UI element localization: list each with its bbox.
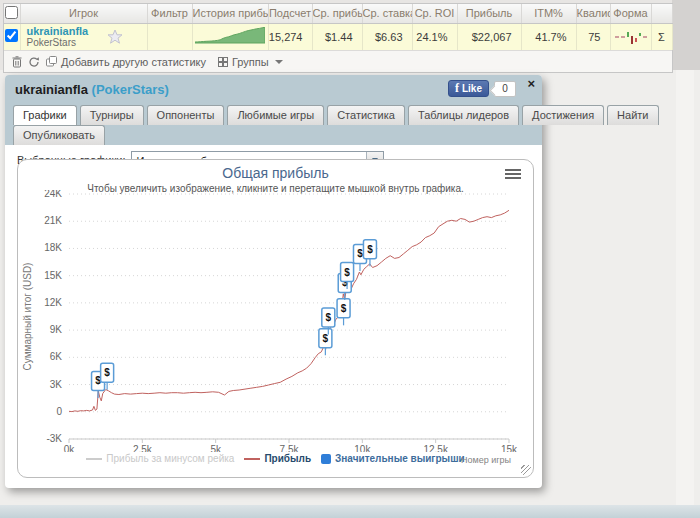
profit-value: $22,067 <box>457 23 521 50</box>
select-all-checkbox[interactable] <box>5 6 18 19</box>
groups-label: Группы <box>232 56 269 68</box>
tab-graphs[interactable]: Графики <box>13 105 77 125</box>
groups-caret-icon <box>275 60 283 64</box>
refresh-icon <box>28 56 40 68</box>
panel-title: ukrainianfla (PokerStars) <box>15 82 169 97</box>
legend-label: Значительные выигрыши <box>335 453 465 464</box>
tabs-area: Графики Турниры Оппоненты Любимые игры С… <box>5 103 542 145</box>
svg-text:18K: 18K <box>44 242 62 253</box>
table-row: ukrainianfla PokerStars 15,274 $1.44 $6.… <box>4 23 672 50</box>
avg-roi-value: 24.1% <box>412 23 457 50</box>
table-header-row: Игрок Фильтр История прибыли Подсчет Ср.… <box>4 4 672 23</box>
legend-line-icon <box>86 458 102 460</box>
profit-chart-plot[interactable]: -3K03K6K9K12K15K18K21K24K0k2.5k5k7.5k10k… <box>18 190 535 452</box>
legend-label: Прибыль <box>264 453 311 464</box>
x-axis-title: Номер игры <box>461 455 511 465</box>
tab-publish[interactable]: Опубликовать <box>13 125 105 145</box>
filter-cell <box>147 23 192 50</box>
player-profile-panel: ukrainianfla (PokerStars) f Like 0 × Гра… <box>5 75 542 488</box>
panel-header: ukrainianfla (PokerStars) f Like 0 × <box>5 75 542 103</box>
col-header-qualify[interactable]: Квалиф <box>576 4 610 23</box>
col-header-player[interactable]: Игрок <box>20 4 147 23</box>
qualify-value: 75 <box>576 23 610 50</box>
svg-text:-3K: -3K <box>46 433 62 444</box>
svg-text:$: $ <box>326 312 332 323</box>
legend-label: Прибыль за минусом рейка <box>106 453 234 464</box>
svg-text:$: $ <box>323 333 329 344</box>
svg-text:3K: 3K <box>50 379 63 390</box>
legend-item-profit-minus-rake[interactable]: Прибыль за минусом рейка <box>86 453 234 464</box>
right-margin-strip <box>676 70 694 506</box>
tab-find[interactable]: Найти <box>607 105 658 125</box>
svg-text:15k: 15k <box>501 444 518 452</box>
svg-text:$: $ <box>357 248 363 259</box>
delete-row-button[interactable] <box>12 56 22 68</box>
summary-sigma-link[interactable]: Σ <box>651 23 672 50</box>
svg-text:$: $ <box>104 367 110 378</box>
legend-item-profit[interactable]: Прибыль <box>244 453 311 464</box>
svg-text:5k: 5k <box>210 444 222 452</box>
svg-text:21K: 21K <box>44 215 62 226</box>
profit-history-sparkline[interactable] <box>192 23 268 50</box>
col-header-filter[interactable]: Фильтр <box>147 4 192 23</box>
col-header-itm[interactable]: ITM% <box>521 4 576 23</box>
row-checkbox[interactable] <box>5 29 18 42</box>
col-header-form[interactable]: Форма <box>610 4 651 23</box>
player-name-link[interactable]: ukrainianfla <box>27 25 147 37</box>
top-right-filler <box>672 0 700 70</box>
groups-button[interactable]: Группы <box>218 56 283 68</box>
player-stats-table: Игрок Фильтр История прибыли Подсчет Ср.… <box>3 3 673 73</box>
player-site-label: PokerStars <box>27 37 147 49</box>
groups-grid-icon <box>218 57 228 67</box>
svg-text:$: $ <box>344 267 350 278</box>
panel-site-name: (PokerStars) <box>92 82 169 97</box>
tab-favorite-games[interactable]: Любимые игры <box>227 105 324 125</box>
svg-text:0: 0 <box>56 406 62 417</box>
tab-achievements[interactable]: Достижения <box>522 105 604 125</box>
itm-value: 41.7% <box>521 23 576 50</box>
favorite-star-icon[interactable] <box>107 29 123 46</box>
svg-text:6K: 6K <box>50 351 63 362</box>
add-statistic-icon <box>46 56 57 67</box>
facebook-like-count: 0 <box>494 81 516 97</box>
svg-text:2.5k: 2.5k <box>133 444 153 452</box>
avg-stake-value: $6.63 <box>362 23 412 50</box>
chart-menu-icon[interactable] <box>505 169 521 181</box>
svg-text:10k: 10k <box>354 444 371 452</box>
col-header-avg-roi[interactable]: Ср. ROI <box>412 4 457 23</box>
chart-resize-handle[interactable] <box>521 465 531 475</box>
close-icon[interactable]: × <box>527 77 535 90</box>
tab-opponents[interactable]: Оппоненты <box>147 105 225 125</box>
col-header-count[interactable]: Подсчет <box>268 4 312 23</box>
svg-text:7.5k: 7.5k <box>280 444 300 452</box>
facebook-like-label: Like <box>462 83 482 94</box>
table-toolbar: Добавить другую статистику Группы <box>4 50 672 72</box>
form-sparkline <box>615 29 647 45</box>
count-value: 15,274 <box>268 23 312 50</box>
svg-text:$: $ <box>341 303 347 314</box>
tab-tournaments[interactable]: Турниры <box>80 105 144 125</box>
svg-text:0k: 0k <box>64 444 76 452</box>
refresh-button[interactable] <box>28 56 40 68</box>
add-statistic-button[interactable]: Добавить другую статистику <box>46 56 206 68</box>
col-header-profit[interactable]: Прибыль <box>457 4 521 23</box>
add-statistic-label: Добавить другую статистику <box>61 56 206 68</box>
tab-statistics[interactable]: Статистика <box>327 105 405 125</box>
facebook-like-widget: f Like 0 <box>448 80 516 97</box>
col-header-avg-profit[interactable]: Ср. прибыль <box>312 4 362 23</box>
legend-square-icon <box>321 454 331 464</box>
svg-text:Суммарный итог (USD): Суммарный итог (USD) <box>22 263 33 371</box>
svg-text:15K: 15K <box>44 270 62 281</box>
svg-text:24K: 24K <box>44 190 62 199</box>
facebook-logo-icon: f <box>455 81 459 96</box>
legend-line-icon <box>244 458 260 460</box>
chart-title: Общая прибыль <box>18 165 533 181</box>
chart-legend: Прибыль за минусом рейка Прибыль Значите… <box>18 453 533 464</box>
legend-item-significant-wins[interactable]: Значительные выигрыши <box>321 453 465 464</box>
facebook-like-button[interactable]: f Like <box>448 80 489 97</box>
tab-leaderboards[interactable]: Таблицы лидеров <box>408 105 519 125</box>
col-header-sigma <box>651 4 672 23</box>
svg-text:9K: 9K <box>50 324 63 335</box>
col-header-avg-stake[interactable]: Ср. ставка <box>362 4 412 23</box>
col-header-profit-history[interactable]: История прибыли <box>192 4 268 23</box>
